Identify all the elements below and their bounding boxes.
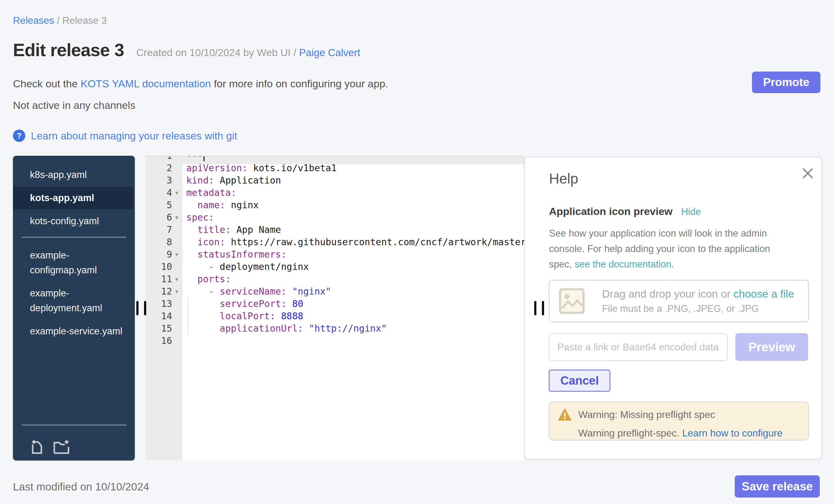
file-item[interactable]: kots-config.yaml — [13, 214, 133, 228]
line-number[interactable]: 15 — [146, 322, 182, 335]
line-number[interactable]: 13 — [146, 298, 182, 310]
line-number[interactable]: 2 — [146, 162, 182, 174]
gutter-rows: 1234▾56▾789▾1011▾12▾13141516 — [146, 156, 182, 347]
icon-preview-title: Application icon preview — [549, 205, 673, 217]
breadcrumb-current: Release 3 — [62, 15, 107, 26]
line-number[interactable]: 8 — [146, 236, 182, 248]
image-placeholder-icon — [559, 288, 585, 314]
line-number[interactable]: 11▾ — [146, 273, 182, 285]
line-number[interactable]: 5 — [146, 199, 182, 211]
save-release-button[interactable]: Save release — [735, 475, 820, 498]
line-number[interactable]: 6▾ — [146, 211, 182, 224]
cancel-button[interactable]: Cancel — [549, 370, 610, 392]
preview-button[interactable]: Preview — [735, 333, 808, 361]
code-line[interactable]: kind: Application — [182, 174, 524, 187]
warning-detail: Warning preflight-spec. — [578, 428, 682, 439]
sidebar-resize-handle[interactable] — [136, 301, 146, 315]
fold-arrow-icon[interactable]: ▾ — [173, 273, 181, 285]
code-line[interactable]: spec: — [182, 211, 524, 224]
fold-arrow-icon[interactable]: ▾ — [173, 211, 181, 224]
file-list-top: k8s-app.yamlkots-app.yamlkots-config.yam… — [13, 156, 135, 228]
line-number[interactable]: 9▾ — [146, 248, 182, 261]
breadcrumb-releases-link[interactable]: Releases — [13, 15, 54, 26]
file-item[interactable]: example-service.yaml — [13, 324, 133, 339]
docs-row: Check out the KOTS YAML documentation fo… — [13, 78, 388, 90]
code-line[interactable]: ports: — [182, 273, 524, 285]
breadcrumb-separator: / — [54, 15, 62, 26]
question-icon: ? — [13, 130, 25, 142]
sidebar-bottom — [13, 430, 135, 461]
code-line[interactable]: apiVersion: kots.io/v1beta1 — [182, 162, 524, 174]
title-row: Edit release 3 Created on 10/10/2024 by … — [13, 40, 360, 60]
fold-arrow-icon[interactable]: ▾ — [173, 187, 181, 199]
line-number[interactable]: 3 — [146, 174, 182, 187]
docs-prefix: Check out the — [13, 78, 81, 89]
line-number[interactable]: 10 — [146, 261, 182, 273]
warning-text: Warning: Missing preflight spec — [578, 409, 715, 420]
created-meta: Created on 10/10/2024 by Web UI / Paige … — [136, 47, 360, 59]
hide-link[interactable]: Hide — [681, 206, 701, 217]
close-icon[interactable] — [801, 167, 815, 180]
icon-preview-description: See how your application icon will look … — [549, 226, 790, 272]
new-folder-icon[interactable] — [52, 439, 70, 455]
file-list-divider — [22, 237, 126, 238]
code-line[interactable]: metadata: — [182, 187, 524, 199]
file-item[interactable]: example-deployment.yaml — [13, 286, 133, 315]
code-line[interactable]: icon: https://raw.githubusercontent.com/… — [182, 236, 524, 248]
promote-button[interactable]: Promote — [752, 71, 820, 93]
yaml-editor[interactable]: 1234▾56▾789▾1011▾12▾13141516 ---apiVersi… — [146, 156, 524, 461]
code-line[interactable] — [182, 335, 524, 347]
help-title: Help — [549, 170, 821, 187]
code-line[interactable]: --- — [182, 156, 524, 162]
git-help-row: ? Learn about managing your releases wit… — [13, 130, 237, 142]
line-number[interactable]: 7 — [146, 224, 182, 236]
help-panel-resize-handle[interactable] — [534, 301, 544, 315]
file-item[interactable]: kots-app.yaml — [13, 187, 133, 209]
line-number[interactable]: 12▾ — [146, 285, 182, 298]
file-item[interactable]: example-configmap.yaml — [13, 248, 133, 278]
line-number[interactable]: 1 — [146, 156, 182, 162]
new-file-icon[interactable] — [29, 439, 45, 455]
see-documentation-link[interactable]: see the documentation — [575, 259, 672, 269]
icon-dropzone[interactable]: Drag and drop your icon or choose a file… — [549, 280, 809, 322]
file-item[interactable]: k8s-app.yaml — [13, 168, 133, 182]
file-list-bottom: example-configmap.yamlexample-deployment… — [13, 248, 135, 339]
icon-url-input[interactable] — [549, 333, 728, 361]
learn-configure-link[interactable]: Learn how to configure — [682, 428, 783, 439]
last-modified: Last modified on 10/10/2024 — [13, 481, 149, 493]
preflight-warning: Warning: Missing preflight spec Warning … — [549, 401, 809, 440]
description-period: . — [671, 259, 674, 269]
line-number[interactable]: 4▾ — [146, 187, 182, 199]
created-text: Created on 10/10/2024 by Web UI / — [136, 47, 299, 58]
help-panel: Help Application icon preview Hide See h… — [524, 157, 822, 460]
warning-icon — [558, 409, 572, 421]
kots-yaml-docs-link[interactable]: KOTS YAML documentation — [81, 78, 211, 89]
breadcrumb: Releases / Release 3 — [13, 15, 107, 26]
code-lines: ---apiVersion: kots.io/v1beta1kind: Appl… — [182, 156, 524, 347]
code-area[interactable]: ---apiVersion: kots.io/v1beta1kind: Appl… — [182, 156, 524, 461]
drop-text: Drag and drop your icon or — [602, 288, 733, 300]
page-title: Edit release 3 — [13, 40, 124, 60]
editor-gutter: 1234▾56▾789▾1011▾12▾13141516 — [146, 156, 182, 461]
text-cursor — [203, 156, 204, 161]
docs-suffix: for more info on configuring your app. — [211, 78, 388, 89]
code-line[interactable]: - deployment/nginx — [182, 261, 524, 273]
fold-arrow-icon[interactable]: ▾ — [173, 285, 181, 298]
drop-hint: File must be a .PNG, .JPEG, or .JPG — [602, 303, 794, 314]
code-line[interactable]: name: nginx — [182, 199, 524, 211]
line-number[interactable]: 14 — [146, 310, 182, 322]
code-line[interactable]: title: App Name — [182, 224, 524, 236]
sidebar-bottom-divider — [22, 425, 127, 425]
line-number[interactable]: 16 — [146, 335, 182, 347]
code-line[interactable]: servicePort: 80 — [182, 298, 524, 310]
git-releases-link[interactable]: Learn about managing your releases with … — [31, 130, 237, 142]
code-line[interactable]: applicationUrl: "http://nginx" — [182, 322, 524, 335]
choose-file-link[interactable]: choose a file — [733, 288, 794, 300]
code-line[interactable]: statusInformers: — [182, 248, 524, 261]
channel-status: Not active in any channels — [13, 99, 135, 111]
code-line[interactable]: localPort: 8888 — [182, 310, 524, 322]
code-line[interactable]: - serviceName: "nginx" — [182, 285, 524, 298]
created-by-link[interactable]: Paige Calvert — [299, 47, 360, 58]
fold-arrow-icon[interactable]: ▾ — [173, 248, 181, 261]
file-tree-sidebar: k8s-app.yamlkots-app.yamlkots-config.yam… — [13, 156, 135, 461]
